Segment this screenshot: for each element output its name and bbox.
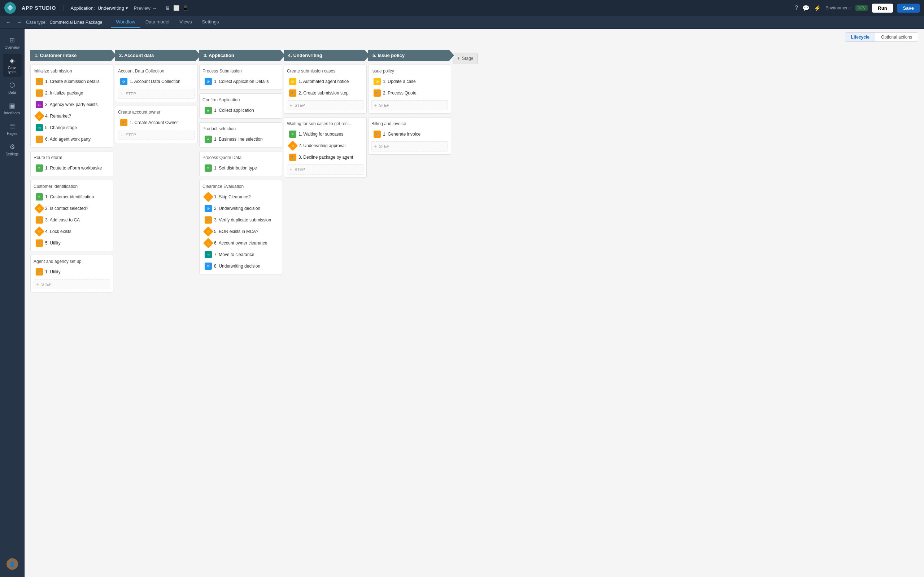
step-item[interactable]: ⇒5. Change stage [34, 122, 110, 133]
step-item[interactable]: ⟳2. Underwriting decision [202, 203, 279, 213]
step-icon-blue: ⟳ [205, 263, 212, 270]
step-item[interactable]: ✉1. Automated agent notice [287, 76, 363, 87]
plus-icon: + [374, 143, 377, 149]
step-item[interactable]: 🔧1. Utility [34, 267, 110, 277]
step-item[interactable]: 🔧1. Create submission details [34, 76, 110, 87]
back-arrow[interactable]: ← [4, 19, 12, 25]
add-step-button[interactable]: +STEP [287, 164, 363, 174]
add-step-button[interactable]: +STEP [118, 89, 195, 99]
step-item[interactable]: ≡1. Customer identification [34, 192, 110, 202]
step-item[interactable]: ≡1. Collect application [202, 105, 279, 115]
step-item[interactable]: ◇2. Is contact selected? [34, 203, 110, 213]
step-item[interactable]: 🔧1. Generate invoice [372, 129, 448, 139]
step-item[interactable]: 🔧2. Process Quote [372, 88, 448, 98]
user-avatar[interactable]: 👤 [6, 558, 18, 570]
notification-icon[interactable]: ⚡ [814, 5, 821, 11]
step-label: 1. Collect application [214, 108, 254, 113]
tab-data-model[interactable]: Data model [141, 16, 174, 28]
step-item[interactable]: ≡1. Business line selection [202, 134, 279, 144]
step-label: 1. Business line selection [214, 137, 263, 142]
step-label: 1. Route to eForm workbaske [45, 166, 102, 171]
step-icon-orange: 🔧 [205, 216, 212, 224]
step-item[interactable]: 🔧6. Add agent work party [34, 134, 110, 144]
step-icon-orange: 🔧 [36, 89, 43, 97]
step-item[interactable]: 🔧3. Add case to CA [34, 215, 110, 225]
save-button[interactable]: Save [897, 3, 920, 13]
step-item[interactable]: ⇒7. Move to clearance [202, 250, 279, 259]
step-item[interactable]: ⟳1. Collect Application Details [202, 76, 279, 87]
step-item[interactable]: 🔧5. Utility [34, 238, 110, 248]
step-group-stage5-0: Issue policy✉1. Update a case🔧2. Process… [368, 64, 451, 114]
optional-actions-button[interactable]: Optional actions [875, 33, 918, 42]
step-label: 6. Account owner clearance [214, 240, 267, 246]
step-label: 2. Process Quote [383, 90, 417, 95]
step-item[interactable]: ≡1. Route to eForm workbaske [34, 163, 110, 173]
run-button[interactable]: Run [872, 3, 893, 13]
step-group-stage4-1: Waiting for sub cases to get res...≡1. W… [284, 117, 367, 178]
add-step-button[interactable]: +STEP [287, 100, 363, 110]
step-icon-orange: 🔧 [289, 89, 296, 97]
top-navigation: APP STUDIO | Application: Underwriting ▾… [0, 0, 924, 16]
tab-settings[interactable]: Settings [197, 16, 224, 28]
add-step-button[interactable]: +STEP [34, 279, 110, 289]
step-item[interactable]: 🔧2. Initialize package [34, 88, 110, 98]
step-label: 8. Underwriting decision [214, 264, 260, 269]
step-item[interactable]: ◇3. Agency work party exists [34, 100, 110, 110]
step-item[interactable]: ◇5. BOR exists in MCA? [202, 226, 279, 237]
step-label: 2. Is contact selected? [45, 206, 88, 211]
plus-icon: + [457, 56, 460, 61]
step-label: 1. Generate invoice [383, 132, 420, 137]
step-item[interactable]: 🔧3. Decline package by agent [287, 152, 363, 162]
stage-header-stage5[interactable]: 5. Issue policy [368, 50, 454, 61]
sidebar-item-case-types[interactable]: ◈ Case types [3, 54, 22, 77]
mobile-icon[interactable]: 📱 [182, 5, 188, 11]
step-label: 1. Automated agent notice [299, 79, 349, 84]
sidebar-item-overview[interactable]: ⊞ Overview [3, 33, 22, 52]
step-item[interactable]: 🔧1. Create Account Owner [118, 118, 195, 128]
sidebar-item-pages[interactable]: ☰ Pages [3, 119, 22, 139]
step-item[interactable]: ◇2. Underwriting approval [287, 141, 363, 151]
step-group-title: Create account owner [118, 109, 195, 116]
case-type-label: Case type: [26, 20, 47, 25]
stage-header-stage4[interactable]: 4. Underwriting [284, 50, 370, 61]
step-group-title: Process Quote Data [202, 154, 279, 161]
chat-icon[interactable]: 💬 [802, 5, 809, 11]
step-item[interactable]: ◇4. Lock exists [34, 226, 110, 237]
help-icon[interactable]: ? [795, 5, 798, 11]
add-step-button[interactable]: +STEP [372, 100, 448, 110]
step-icon-purple: ◇ [36, 101, 43, 108]
step-item[interactable]: ✉1. Update a case [372, 76, 448, 87]
add-step-button[interactable]: +STEP [118, 130, 195, 140]
tab-views[interactable]: Views [174, 16, 197, 28]
lifecycle-button[interactable]: Lifecycle [845, 33, 875, 42]
stage-header-stage3[interactable]: 3. Application [199, 50, 285, 61]
step-label: 5. Utility [45, 240, 61, 246]
step-group-stage5-1: Billing and invoice🔧1. Generate invoice+… [368, 117, 451, 155]
step-label: 1. Customer identification [45, 194, 94, 200]
app-selector[interactable]: Application: Underwriting ▾ [70, 5, 128, 11]
desktop-icon[interactable]: 🖥 [165, 5, 170, 11]
tab-workflow[interactable]: Workflow [111, 16, 140, 28]
step-item[interactable]: 🔧3. Verify duplicate submission [202, 215, 279, 225]
app-logo[interactable] [4, 2, 16, 14]
sidebar-item-data[interactable]: ⬡ Data [3, 78, 22, 97]
sidebar-item-interfaces[interactable]: ▣ Interfaces [3, 99, 22, 118]
add-step-button[interactable]: +STEP [372, 141, 448, 152]
forward-arrow[interactable]: → [15, 19, 23, 25]
step-item[interactable]: ◇1. Skip Clearance? [202, 192, 279, 202]
step-item[interactable]: ⟳1. Account Data Collection [118, 76, 195, 87]
stage-header-stage2[interactable]: 2. Account data [115, 50, 201, 61]
step-item[interactable]: ⟳8. Underwriting decision [202, 261, 279, 271]
tablet-icon[interactable]: ⬜ [173, 5, 179, 11]
step-group-title: Create submission cases [287, 68, 363, 75]
step-item[interactable]: ◇6. Account owner clearance [202, 238, 279, 248]
stage-header-stage1[interactable]: 1. Customer intake [30, 50, 116, 61]
step-item[interactable]: ≡1. Waiting for subcases [287, 129, 363, 139]
add-stage-button[interactable]: +Stage [452, 53, 478, 64]
step-item[interactable]: ≡1. Set distribution type [202, 163, 279, 173]
sidebar-item-settings[interactable]: ⚙ Settings [3, 140, 22, 159]
step-item[interactable]: 🔧2. Create submission step [287, 88, 363, 98]
preview-button[interactable]: Preview → [134, 5, 157, 11]
step-item[interactable]: ◇4. Remarket? [34, 111, 110, 121]
env-badge: DEV [855, 5, 868, 11]
